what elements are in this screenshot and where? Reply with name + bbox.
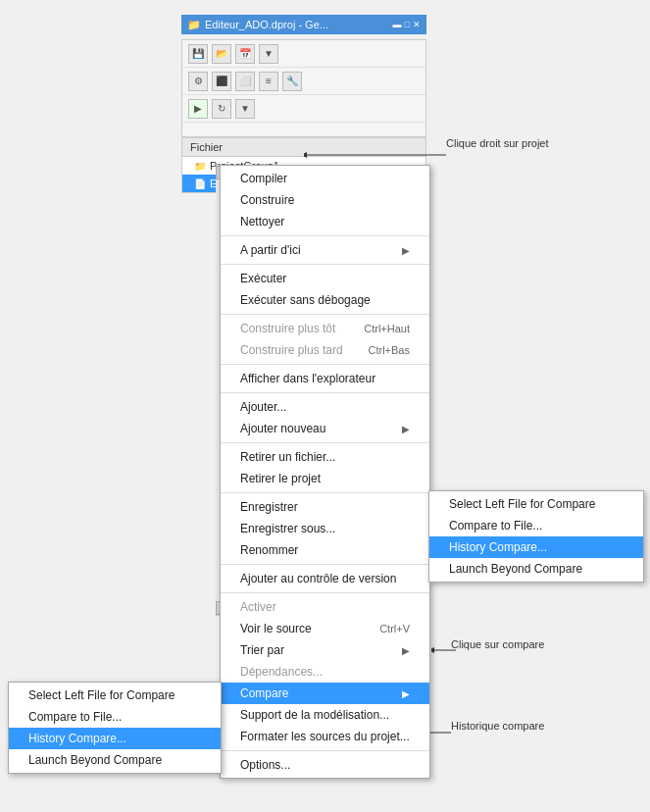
- annotation-clique-compare: Clique sur compare: [451, 638, 544, 650]
- left-item-label: Select Left File for Compare: [28, 688, 175, 702]
- compare-menu-item-launch-beyond-compare[interactable]: Launch Beyond Compare: [429, 558, 643, 580]
- tb-new-btn[interactable]: 💾: [188, 44, 208, 64]
- menu-separator: [221, 750, 429, 751]
- menu-separator: [221, 235, 429, 236]
- menu-item-label: Options...: [240, 758, 290, 772]
- annotation-clique-droit: Clique droit sur projet: [446, 137, 549, 149]
- file-panel-header: Fichier: [182, 138, 425, 157]
- menu-separator: [221, 314, 429, 315]
- menu-item-label: Renommer: [240, 543, 298, 557]
- menu-item-enregistrer-sous---[interactable]: Enregistrer sous...: [221, 518, 429, 539]
- menu-item-label: Ajouter nouveau: [240, 422, 325, 435]
- left-menu-item-launch-beyond-compare[interactable]: Launch Beyond Compare: [9, 749, 221, 771]
- menu-item-label: Compare: [240, 686, 288, 700]
- left-menu-item-history-compare---[interactable]: History Compare...: [9, 728, 221, 749]
- tb-btn-a[interactable]: ⚙: [188, 72, 208, 91]
- menu-item-a-partir-d-ici[interactable]: A partir d'ici▶: [221, 239, 429, 261]
- menu-item-trier-par[interactable]: Trier par▶: [221, 639, 429, 661]
- menu-item-label: Construire plus tôt: [240, 322, 335, 335]
- menu-separator: [221, 564, 429, 565]
- menu-item-options---[interactable]: Options...: [221, 754, 429, 776]
- menu-item-voir-le-source[interactable]: Voir le sourceCtrl+V: [221, 618, 429, 639]
- menu-item-compare[interactable]: Compare▶: [221, 683, 429, 704]
- menu-item-renommer[interactable]: Renommer: [221, 539, 429, 561]
- menu-item-label: Enregistrer: [240, 500, 298, 514]
- menu-separator: [221, 364, 429, 365]
- menu-shortcut: Ctrl+Haut: [364, 323, 410, 334]
- menu-item-retirer-le-projet[interactable]: Retirer le projet: [221, 468, 429, 489]
- submenu-arrow-icon: ▶: [402, 645, 410, 656]
- menu-item-d-pendances---[interactable]: Dépendances...: [221, 661, 429, 683]
- tb-btn-b[interactable]: ⬛: [212, 72, 231, 91]
- menu-item-label: A partir d'ici: [240, 243, 301, 257]
- menu-item-label: Support de la modélisation...: [240, 708, 389, 722]
- menu-item-label: Construire plus tard: [240, 343, 343, 357]
- menu-item-ex-cuter-sans-d-bogage[interactable]: Exécuter sans débogage: [221, 289, 429, 311]
- tb-btn-d[interactable]: ≡: [259, 72, 278, 91]
- tb-btn-f[interactable]: ▶: [188, 99, 208, 119]
- title-text: Editeur_ADO.dproj - Ge...: [205, 19, 328, 30]
- menu-item-label: Enregistrer sous...: [240, 522, 335, 535]
- menu-item-construire[interactable]: Construire: [221, 189, 429, 211]
- menu-item-ajouter---[interactable]: Ajouter...: [221, 396, 429, 418]
- menu-item-afficher-dans-l-explorateur[interactable]: Afficher dans l'explorateur: [221, 368, 429, 389]
- menu-item-activer[interactable]: Activer: [221, 596, 429, 618]
- left-submenu: Select Left File for CompareCompare to F…: [8, 682, 222, 774]
- compare-menu-item-select-left-file-for-compare[interactable]: Select Left File for Compare: [429, 493, 643, 515]
- compare-item-label: Launch Beyond Compare: [449, 562, 582, 576]
- toolbar-row-1: 💾 📂 📅 ▼: [182, 40, 425, 68]
- menu-item-label: Exécuter sans débogage: [240, 293, 371, 307]
- tb-down-btn[interactable]: ▼: [259, 44, 278, 64]
- title-icon: 📁: [187, 19, 201, 31]
- menu-separator: [221, 442, 429, 443]
- left-menu-item-select-left-file-for-compare[interactable]: Select Left File for Compare: [9, 685, 221, 706]
- compare-menu-item-history-compare---[interactable]: History Compare...: [429, 536, 643, 558]
- submenu-arrow-icon: ▶: [402, 424, 410, 434]
- menu-item-compiler[interactable]: Compiler: [221, 168, 429, 189]
- menu-item-label: Afficher dans l'explorateur: [240, 372, 375, 385]
- left-menu-item-compare-to-file---[interactable]: Compare to File...: [9, 706, 221, 728]
- toolbar-row-2: ⚙ ⬛ ⬜ ≡ 🔧: [182, 68, 425, 95]
- tb-down-2[interactable]: ▼: [235, 99, 255, 119]
- compare-menu-item-compare-to-file---[interactable]: Compare to File...: [429, 515, 643, 536]
- compare-item-label: Select Left File for Compare: [449, 497, 595, 511]
- tb-open-btn[interactable]: 📂: [212, 44, 231, 64]
- compare-item-label: Compare to File...: [449, 519, 542, 533]
- menu-item-label: Dépendances...: [240, 665, 323, 679]
- left-item-label: Launch Beyond Compare: [28, 753, 162, 767]
- menu-item-retirer-un-fichier---[interactable]: Retirer un fichier...: [221, 446, 429, 468]
- menu-item-label: Formater les sources du projet...: [240, 730, 410, 743]
- left-item-label: History Compare...: [28, 732, 126, 745]
- menu-item-label: Ajouter au contrôle de version: [240, 572, 396, 585]
- file-icon: 📄: [194, 178, 206, 189]
- menu-item-ajouter-au-contr-le-de-version[interactable]: Ajouter au contrôle de version: [221, 568, 429, 589]
- menu-item-nettoyer[interactable]: Nettoyer: [221, 211, 429, 232]
- menu-item-ex-cuter[interactable]: Exécuter: [221, 268, 429, 289]
- menu-separator: [221, 592, 429, 593]
- tb-btn-c[interactable]: ⬜: [235, 72, 255, 91]
- submenu-arrow-icon: ▶: [402, 688, 410, 699]
- minimize-icon[interactable]: ▬: [393, 20, 402, 29]
- tb-btn-g[interactable]: ↻: [212, 99, 231, 119]
- close-icon[interactable]: ✕: [413, 20, 421, 29]
- menu-separator: [221, 492, 429, 493]
- menu-item-ajouter-nouveau[interactable]: Ajouter nouveau▶: [221, 418, 429, 439]
- menu-item-construire-plus-tard[interactable]: Construire plus tardCtrl+Bas: [221, 339, 429, 361]
- menu-item-label: Trier par: [240, 643, 284, 657]
- menu-shortcut: Ctrl+Bas: [369, 344, 411, 356]
- menu-item-enregistrer[interactable]: Enregistrer: [221, 496, 429, 518]
- title-bar: 📁 Editeur_ADO.dproj - Ge... ▬ □ ✕: [181, 15, 426, 34]
- menu-item-label: Ajouter...: [240, 400, 286, 414]
- menu-item-formater-les-sources-du-projet---[interactable]: Formater les sources du projet...: [221, 726, 429, 747]
- tb-btn-e[interactable]: 🔧: [282, 72, 302, 91]
- menu-item-label: Nettoyer: [240, 215, 284, 228]
- maximize-icon[interactable]: □: [405, 20, 410, 29]
- toolbar-row-3: ▶ ↻ ▼: [182, 95, 425, 123]
- tb-save-btn[interactable]: 📅: [235, 44, 255, 64]
- menu-item-support-de-la-mod-lisation---[interactable]: Support de la modélisation...: [221, 704, 429, 726]
- context-menu-main: CompilerConstruireNettoyerA partir d'ici…: [220, 165, 430, 779]
- menu-item-construire-plus-t-t[interactable]: Construire plus tôtCtrl+Haut: [221, 318, 429, 339]
- compare-submenu: Select Left File for CompareCompare to F…: [428, 490, 644, 583]
- menu-separator: [221, 392, 429, 393]
- menu-item-label: Voir le source: [240, 622, 312, 635]
